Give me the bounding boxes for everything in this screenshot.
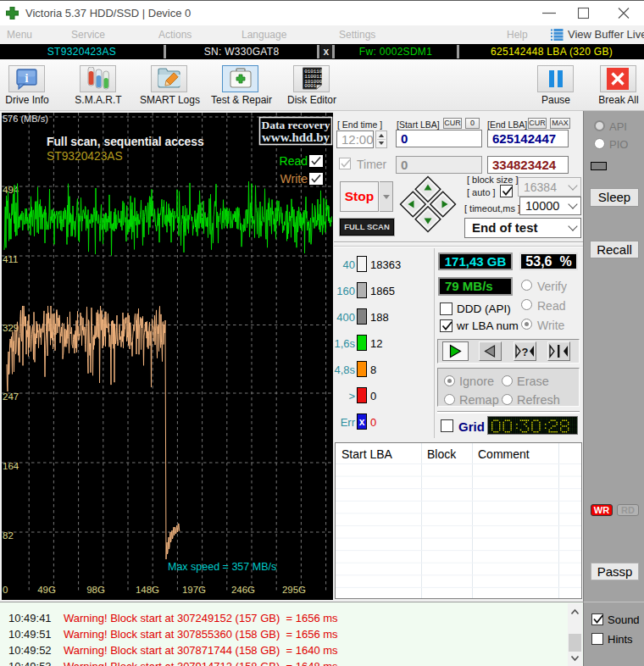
- svg-text:295G: 295G: [282, 585, 306, 595]
- svg-text:www.hdd.by: www.hdd.by: [262, 130, 330, 144]
- svg-text:98G: 98G: [86, 585, 105, 595]
- svg-text:Write: Write: [280, 172, 308, 186]
- svg-text:ST9320423AS: ST9320423AS: [47, 150, 123, 163]
- svg-text:576 (MB/s): 576 (MB/s): [3, 114, 48, 124]
- svg-text:Full scan, sequential access: Full scan, sequential access: [47, 136, 204, 148]
- svg-text:0: 0: [3, 585, 8, 595]
- svg-text:0001: 0001: [304, 83, 317, 89]
- svg-text:247: 247: [3, 391, 19, 402]
- svg-text:148G: 148G: [136, 585, 159, 595]
- svg-text:411: 411: [3, 254, 18, 264]
- svg-text:164: 164: [3, 461, 19, 471]
- svg-text:i: i: [25, 72, 29, 85]
- svg-text:Read: Read: [280, 154, 308, 168]
- svg-text:49G: 49G: [37, 585, 56, 595]
- svg-text:Max speed = 357 MB/s: Max speed = 357 MB/s: [168, 561, 276, 573]
- svg-text:197G: 197G: [182, 585, 206, 595]
- svg-text:82: 82: [3, 530, 14, 541]
- svg-text:Data recovery: Data recovery: [261, 119, 330, 131]
- svg-text:246G: 246G: [231, 585, 255, 595]
- svg-text:494: 494: [3, 185, 19, 195]
- svg-text:?: ?: [522, 346, 529, 358]
